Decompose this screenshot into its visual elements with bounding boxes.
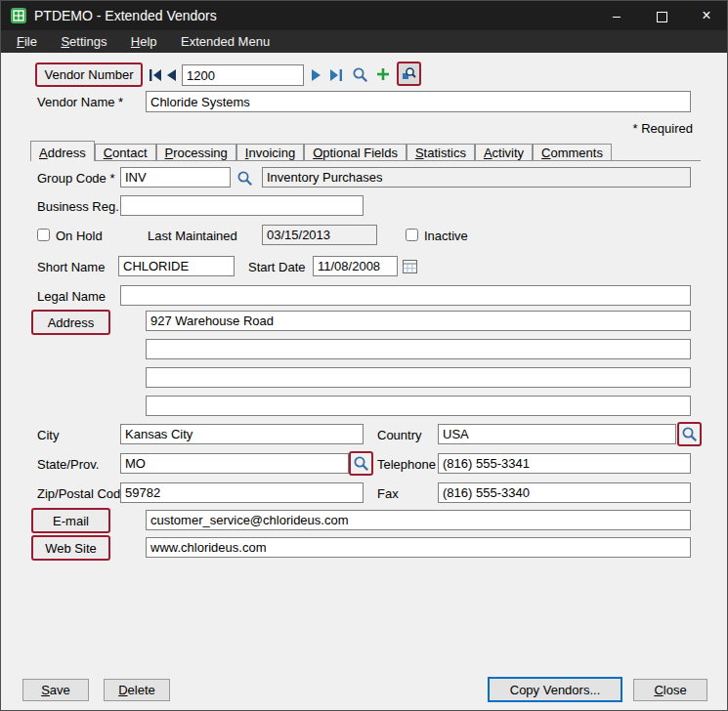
state-input[interactable] <box>120 453 349 474</box>
state-finder-icon <box>353 455 369 472</box>
finder-icon <box>352 66 368 83</box>
tab-comments[interactable]: Comments <box>533 144 612 160</box>
first-record-button[interactable] <box>147 65 163 85</box>
group-code-label: Group Code * <box>37 171 115 186</box>
menu-label-help: Help <box>131 30 157 53</box>
city-label: City <box>37 428 59 442</box>
tab-address-label: Address <box>39 146 86 160</box>
menu-label-settings: Settings <box>61 30 107 53</box>
start-date-calendar-button[interactable] <box>401 258 418 274</box>
city-input[interactable] <box>120 424 364 444</box>
minimize-button[interactable]: – <box>594 1 639 30</box>
tab-invoicing[interactable]: Invoicing <box>236 144 304 160</box>
zip-input[interactable] <box>120 482 364 503</box>
vendor-inquiry-button[interactable] <box>397 62 421 86</box>
vendor-name-label: Vendor Name * <box>37 95 123 109</box>
tab-processing[interactable]: Processing <box>156 144 236 160</box>
tab-invoicing-label: Invoicing <box>245 146 295 160</box>
prev-record-icon <box>166 69 176 81</box>
start-date-input[interactable] <box>313 256 398 276</box>
on-hold-checkbox[interactable] <box>37 229 50 241</box>
vendor-number-button[interactable]: Vendor Number <box>35 63 143 87</box>
tab-activity-label: Activity <box>484 146 524 160</box>
maximize-button[interactable] <box>639 1 684 30</box>
tab-statistics[interactable]: Statistics <box>407 144 475 160</box>
copy-vendors-button[interactable]: Copy Vendors... <box>488 677 622 702</box>
telephone-input[interactable] <box>438 453 691 474</box>
group-code-input[interactable] <box>120 167 231 188</box>
new-vendor-button[interactable] <box>374 65 392 83</box>
vendor-number-input[interactable] <box>182 64 304 86</box>
tab-optional-fields[interactable]: Optional Fields <box>304 144 407 160</box>
zip-label: Zip/Postal Code <box>37 486 128 501</box>
address-button[interactable]: Address <box>31 310 110 335</box>
address-line-1-input[interactable] <box>146 311 691 331</box>
tab-comments-label: Comments <box>541 146 603 160</box>
business-reg-input[interactable] <box>120 195 364 216</box>
address-line-3-input[interactable] <box>146 367 691 388</box>
website-button[interactable]: Web Site <box>31 535 110 561</box>
inquiry-icon <box>402 66 416 81</box>
group-code-description-field: Inventory Purchases <box>262 167 691 188</box>
fax-input[interactable] <box>438 482 691 503</box>
state-finder-button[interactable] <box>349 451 373 476</box>
calendar-icon <box>403 260 417 273</box>
country-finder-icon <box>681 426 698 442</box>
delete-button[interactable]: Delete <box>104 679 170 701</box>
menu-bar: File Settings Help Extended Menu <box>1 30 727 53</box>
first-record-icon <box>149 69 162 81</box>
group-code-finder-icon <box>236 170 253 187</box>
next-record-button[interactable] <box>310 65 323 85</box>
window-title: PTDEMO - Extended Vendors <box>34 1 217 30</box>
next-record-icon <box>312 69 321 81</box>
delete-button-label: Delete <box>118 683 155 697</box>
short-name-input[interactable] <box>118 256 235 276</box>
country-input[interactable] <box>438 424 676 444</box>
save-button[interactable]: Save <box>22 679 89 701</box>
tab-contact[interactable]: Contact <box>95 144 156 160</box>
menu-item-extended-menu[interactable]: Extended Menu <box>171 30 279 53</box>
state-label: State/Prov. <box>37 457 99 472</box>
save-button-label: Save <box>41 683 70 697</box>
required-note: * Required <box>615 121 693 136</box>
tab-processing-label: Processing <box>165 146 228 160</box>
tab-strip: Address Contact Processing Invoicing Opt… <box>30 141 612 161</box>
website-button-label: Web Site <box>45 541 97 556</box>
menu-label-file: File <box>17 30 37 53</box>
close-window-button[interactable]: × <box>684 1 728 30</box>
app-icon <box>11 8 26 23</box>
title-bar: PTDEMO - Extended Vendors – × <box>1 1 727 30</box>
website-input[interactable] <box>146 537 691 558</box>
address-line-2-input[interactable] <box>146 339 691 359</box>
legal-name-input[interactable] <box>120 285 691 306</box>
country-label: Country <box>377 428 422 442</box>
tab-statistics-label: Statistics <box>415 146 466 160</box>
last-maintained-field: 03/15/2013 <box>262 225 377 245</box>
address-line-4-input[interactable] <box>146 396 691 416</box>
menu-item-help[interactable]: Help <box>121 30 167 53</box>
start-date-label: Start Date <box>248 260 306 274</box>
email-button-label: E-mail <box>53 514 89 528</box>
email-button[interactable]: E-mail <box>31 508 110 533</box>
last-record-icon <box>329 69 343 81</box>
group-code-finder-button[interactable] <box>235 168 254 188</box>
inactive-label: Inactive <box>424 229 468 243</box>
vendor-name-input[interactable] <box>146 91 691 112</box>
last-record-button[interactable] <box>327 65 344 85</box>
telephone-label: Telephone <box>377 457 436 472</box>
tab-activity[interactable]: Activity <box>475 144 533 160</box>
tab-contact-label: Contact <box>104 146 148 160</box>
close-button-label: Close <box>654 683 686 697</box>
country-finder-button[interactable] <box>677 422 702 446</box>
new-icon <box>376 67 390 81</box>
vendor-finder-button[interactable] <box>350 64 369 84</box>
previous-record-button[interactable] <box>164 65 178 85</box>
close-button[interactable]: Close <box>633 679 707 701</box>
tab-address[interactable]: Address <box>30 141 95 161</box>
menu-item-settings[interactable]: Settings <box>51 30 116 53</box>
address-button-label: Address <box>48 315 95 330</box>
tab-optional-fields-label: Optional Fields <box>313 146 398 160</box>
email-input[interactable] <box>146 510 691 530</box>
inactive-checkbox[interactable] <box>406 229 418 241</box>
menu-item-file[interactable]: File <box>7 30 47 53</box>
